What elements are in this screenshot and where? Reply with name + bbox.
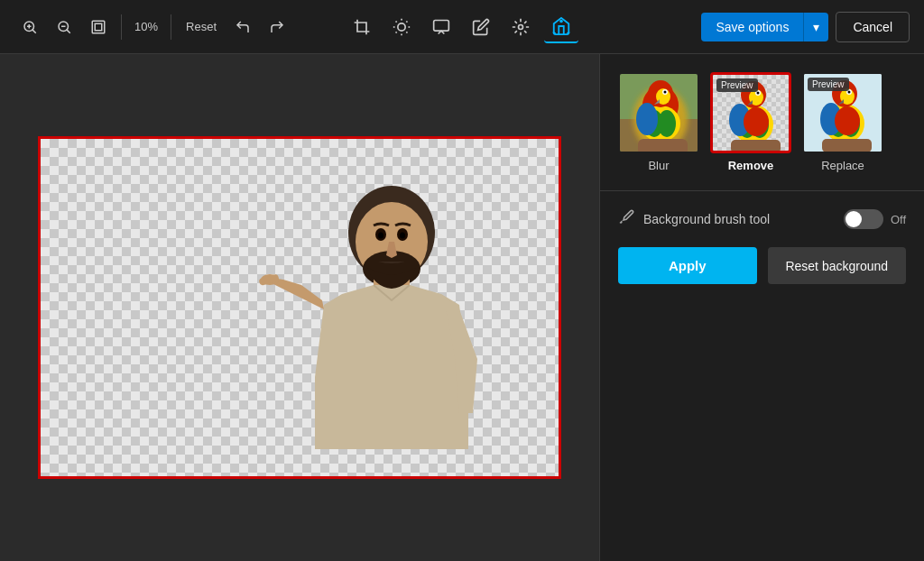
svg-point-29 (378, 233, 383, 239)
brightness-tool-button[interactable] (385, 13, 418, 41)
toolbar-left: 10% Reset (14, 14, 310, 41)
svg-point-42 (664, 91, 667, 94)
svg-line-17 (406, 21, 407, 22)
zoom-level: 10% (129, 20, 163, 33)
blur-label: Blur (648, 159, 669, 172)
svg-point-9 (398, 23, 405, 30)
main-area: Blur (0, 54, 924, 561)
redo-button[interactable] (262, 14, 292, 41)
save-options-button[interactable]: Save options (701, 13, 803, 41)
replace-label: Replace (821, 159, 864, 172)
action-buttons: Apply Reset background (618, 247, 906, 284)
toolbar: 10% Reset (0, 0, 924, 54)
reset-background-button[interactable]: Reset background (768, 247, 907, 284)
replace-preview-badge: Preview (808, 78, 849, 91)
svg-rect-65 (822, 139, 872, 152)
bg-option-replace[interactable]: Preview Replace (802, 72, 883, 172)
svg-point-38 (636, 103, 658, 135)
toggle-state-label: Off (891, 213, 906, 226)
svg-rect-8 (95, 23, 102, 31)
apply-button[interactable]: Apply (618, 247, 757, 284)
bg-options: Blur (618, 72, 906, 172)
zoom-out-button[interactable] (49, 14, 79, 41)
svg-point-48 (744, 107, 769, 136)
effects-tool-button[interactable] (504, 13, 537, 41)
svg-line-16 (396, 32, 397, 32)
svg-point-64 (848, 91, 851, 94)
fit-screen-button[interactable] (83, 14, 114, 41)
svg-rect-7 (92, 21, 105, 33)
brush-tool-toggle[interactable] (844, 209, 883, 229)
markup-tool-button[interactable] (465, 13, 497, 41)
toolbar-right: Save options ▾ Cancel (614, 12, 910, 42)
svg-point-30 (400, 233, 405, 239)
reset-button[interactable]: Reset (179, 16, 224, 37)
svg-rect-18 (434, 20, 449, 31)
bg-thumb-remove: Preview (710, 72, 791, 153)
svg-line-12 (396, 21, 397, 22)
bg-option-blur[interactable]: Blur (618, 72, 699, 172)
svg-point-19 (519, 24, 523, 29)
bg-thumb-replace: Preview (802, 72, 883, 153)
svg-rect-53 (731, 140, 781, 153)
toggle-container: Off (844, 209, 906, 229)
divider-1 (121, 14, 122, 40)
person-figure (252, 179, 486, 476)
brush-icon (618, 209, 634, 229)
bg-thumb-blur (618, 72, 699, 153)
svg-point-60 (835, 106, 860, 135)
canvas-frame (38, 136, 561, 479)
svg-line-5 (67, 29, 70, 32)
save-options-dropdown-button[interactable]: ▾ (803, 13, 828, 41)
panel-divider-1 (600, 190, 924, 191)
cancel-button[interactable]: Cancel (836, 12, 910, 42)
svg-rect-43 (638, 139, 688, 153)
svg-point-52 (757, 92, 760, 95)
svg-point-20 (559, 19, 563, 23)
toggle-knob (845, 211, 862, 227)
svg-line-13 (406, 32, 407, 32)
crop-tool-button[interactable] (346, 13, 378, 41)
divider-2 (171, 14, 171, 40)
right-panel: Blur (599, 54, 924, 561)
display-tool-button[interactable] (425, 13, 457, 41)
brush-tool-label: Background brush tool (643, 212, 835, 226)
svg-point-37 (658, 110, 676, 137)
zoom-in-button[interactable] (14, 14, 45, 41)
remove-label: Remove (728, 159, 774, 172)
bg-option-remove[interactable]: Preview Remove (710, 72, 791, 172)
toolbar-center (314, 11, 610, 43)
background-tool-button[interactable] (544, 11, 578, 43)
remove-preview-badge: Preview (716, 78, 758, 92)
svg-line-1 (32, 29, 36, 32)
undo-button[interactable] (227, 14, 258, 41)
brush-tool-row: Background brush tool Off (618, 209, 906, 229)
canvas-area (0, 54, 599, 561)
